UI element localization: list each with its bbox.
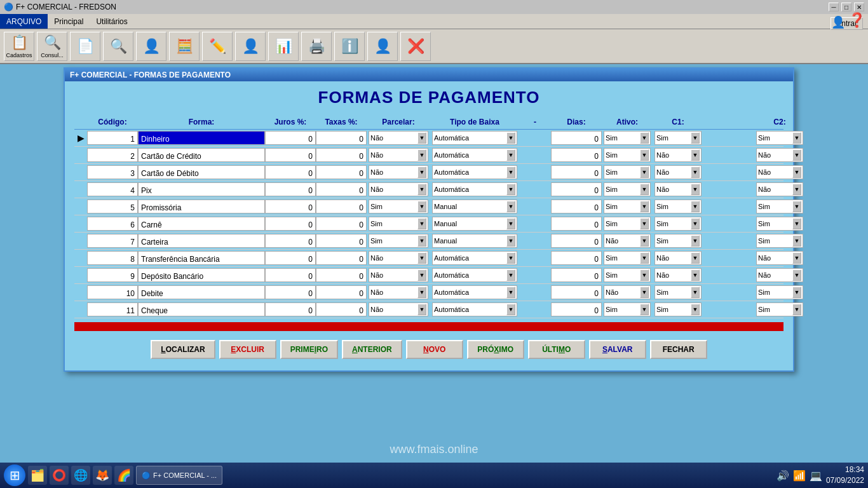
row-3-ativo-arrow[interactable]: ▼ (640, 166, 649, 178)
table-row[interactable]: 7 Carteira 0 0 Sim ▼ Manual ▼ 0 Não (74, 233, 783, 250)
row-10-ativo[interactable]: Não ▼ (602, 285, 653, 300)
row-4-c1-arrow[interactable]: ▼ (691, 184, 700, 195)
salvar-button[interactable]: SALVAR (589, 340, 646, 359)
row-3-taxas[interactable]: 0 (316, 165, 367, 179)
row-3-c1[interactable]: Não ▼ (653, 165, 703, 180)
row-7-taxas[interactable]: 0 (316, 234, 367, 248)
row-2-dias[interactable]: 0 (551, 148, 602, 162)
novo-button[interactable]: NOVO (406, 340, 463, 359)
table-row[interactable]: 4 Pix 0 0 Não ▼ Automática ▼ 0 Sim (74, 181, 783, 198)
row-5-c1-arrow[interactable]: ▼ (691, 201, 700, 212)
row-9-ativo[interactable]: Sim ▼ (602, 268, 653, 283)
row-5-taxas[interactable]: 0 (316, 200, 367, 214)
row-11-c1-arrow[interactable]: ▼ (691, 304, 700, 315)
row-8-juros[interactable]: 0 (265, 251, 316, 265)
row-7-tipo-baixa-arrow[interactable]: ▼ (506, 235, 515, 247)
row-10-codigo[interactable]: 10 (87, 285, 138, 299)
table-row[interactable]: 2 Cartão de Crédito 0 0 Não ▼ Automática… (74, 147, 783, 164)
row-3-ativo[interactable]: Sim ▼ (602, 165, 653, 180)
taskbar-monitor-icon[interactable]: 💻 (810, 470, 822, 482)
row-8-parcelar-arrow[interactable]: ▼ (417, 252, 426, 264)
table-row[interactable]: ▶ 1 Dinheiro 0 0 Não ▼ Automática ▼ 0 (74, 130, 783, 147)
row-8-tipo-baixa-arrow[interactable]: ▼ (506, 252, 515, 264)
row-11-ativo[interactable]: Sim ▼ (602, 302, 653, 317)
row-3-c2-arrow[interactable]: ▼ (792, 166, 801, 178)
row-10-parcelar-arrow[interactable]: ▼ (417, 287, 426, 298)
row-3-parcelar[interactable]: Não ▼ (367, 165, 430, 180)
toolbar-btn9[interactable]: 📊 (268, 32, 299, 61)
row-4-tipo-baixa-arrow[interactable]: ▼ (506, 184, 515, 195)
table-row[interactable]: 6 Carnê 0 0 Sim ▼ Manual ▼ 0 Sim (74, 215, 783, 233)
row-8-forma[interactable]: Transferência Bancária (138, 251, 265, 265)
row-1-c2-arrow[interactable]: ▼ (792, 132, 801, 144)
row-7-juros[interactable]: 0 (265, 234, 316, 248)
row-11-ativo-arrow[interactable]: ▼ (640, 304, 649, 315)
row-5-ativo-arrow[interactable]: ▼ (640, 201, 649, 212)
row-3-tipo-baixa-arrow[interactable]: ▼ (506, 166, 515, 178)
fechar-button[interactable]: FECHAR (650, 340, 707, 359)
row-10-c1[interactable]: Sim ▼ (653, 285, 703, 300)
row-3-dias[interactable]: 0 (551, 165, 602, 179)
row-11-taxas[interactable]: 0 (316, 302, 367, 316)
row-6-parcelar[interactable]: Sim ▼ (367, 216, 430, 231)
row-10-dias[interactable]: 0 (551, 285, 602, 299)
maximize-button[interactable]: □ (841, 3, 851, 11)
row-9-c1-arrow[interactable]: ▼ (691, 269, 700, 281)
row-8-taxas[interactable]: 0 (316, 251, 367, 265)
row-11-dias[interactable]: 0 (551, 302, 602, 316)
row-9-parcelar-arrow[interactable]: ▼ (417, 269, 426, 281)
row-8-c2[interactable]: Não ▼ (754, 250, 805, 266)
toolbar-btn8[interactable]: 👤 (235, 32, 266, 61)
row-2-forma[interactable]: Cartão de Crédito (138, 148, 265, 162)
taskbar-firefox-icon[interactable]: 🦊 (93, 466, 112, 485)
row-9-taxas[interactable]: 0 (316, 268, 367, 282)
primeiro-button[interactable]: PRIMEIRO (280, 340, 338, 359)
row-11-c1[interactable]: Sim ▼ (653, 302, 703, 317)
table-row[interactable]: 8 Transferência Bancária 0 0 Não ▼ Autom… (74, 250, 783, 267)
row-2-ativo[interactable]: Sim ▼ (602, 147, 653, 163)
row-4-taxas[interactable]: 0 (316, 182, 367, 196)
row-9-tipo-baixa-arrow[interactable]: ▼ (506, 269, 515, 281)
row-1-tipo-baixa[interactable]: Automática ▼ (430, 130, 519, 146)
toolbar-btn5[interactable]: 👤 (136, 32, 166, 61)
row-5-ativo[interactable]: Sim ▼ (602, 199, 653, 214)
row-10-tipo-baixa-arrow[interactable]: ▼ (506, 287, 515, 298)
toolbar-btn7[interactable]: ✏️ (202, 32, 233, 61)
row-1-parcelar-arrow[interactable]: ▼ (417, 132, 426, 144)
row-4-parcelar[interactable]: Não ▼ (367, 182, 430, 197)
row-8-parcelar[interactable]: Não ▼ (367, 250, 430, 266)
row-8-c1[interactable]: Não ▼ (653, 250, 703, 266)
row-5-parcelar-arrow[interactable]: ▼ (417, 201, 426, 212)
row-4-ativo-arrow[interactable]: ▼ (640, 184, 649, 195)
toolbar-btn4[interactable]: 🔍 (103, 32, 133, 61)
row-5-forma[interactable]: Promissória (138, 200, 265, 214)
start-button[interactable]: ⊞ (4, 464, 25, 486)
row-9-dias[interactable]: 0 (551, 268, 602, 282)
row-7-c2-arrow[interactable]: ▼ (792, 235, 801, 247)
menu-utilitarios[interactable]: Utilitários (90, 14, 133, 29)
row-1-dias[interactable]: 0 (551, 131, 602, 145)
row-1-juros[interactable]: 0 (265, 131, 316, 145)
row-8-c2-arrow[interactable]: ▼ (792, 252, 801, 264)
row-9-forma[interactable]: Depósito Bancário (138, 268, 265, 282)
row-1-ativo[interactable]: Sim ▼ (602, 130, 653, 146)
table-row[interactable]: 9 Depósito Bancário 0 0 Não ▼ Automática… (74, 267, 783, 284)
proximo-button[interactable]: PRÓXIMO (467, 340, 524, 359)
row-2-tipo-baixa[interactable]: Automática ▼ (430, 147, 519, 163)
row-2-c2[interactable]: Não ▼ (754, 147, 805, 163)
taskbar-app-item[interactable]: 🔵 F+ COMERCIAL - ... (136, 466, 222, 485)
row-3-c1-arrow[interactable]: ▼ (691, 166, 700, 178)
row-10-tipo-baixa[interactable]: Automática ▼ (430, 285, 519, 300)
row-7-forma[interactable]: Carteira (138, 234, 265, 248)
row-1-tipo-baixa-arrow[interactable]: ▼ (506, 132, 515, 144)
row-6-tipo-baixa[interactable]: Manual ▼ (430, 216, 519, 231)
row-1-codigo[interactable]: 1 (87, 131, 138, 145)
row-7-parcelar-arrow[interactable]: ▼ (417, 235, 426, 247)
row-5-juros[interactable]: 0 (265, 200, 316, 214)
toolbar-consulta[interactable]: 🔍 Consul... (37, 32, 67, 61)
row-2-juros[interactable]: 0 (265, 148, 316, 162)
row-1-parcelar[interactable]: Não ▼ (367, 130, 430, 146)
row-9-c2-arrow[interactable]: ▼ (792, 269, 801, 281)
row-6-parcelar-arrow[interactable]: ▼ (417, 218, 426, 229)
row-1-c2[interactable]: Sim ▼ (754, 130, 805, 146)
